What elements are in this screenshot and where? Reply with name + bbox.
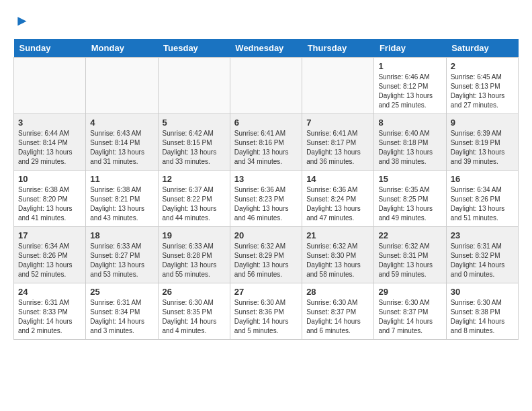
- day-number: 5: [163, 118, 226, 128]
- day-number: 3: [18, 118, 81, 128]
- weekday-header-wednesday: Wednesday: [230, 39, 302, 58]
- calendar-week-row: 24Sunrise: 6:31 AM Sunset: 8:33 PM Dayli…: [14, 283, 519, 340]
- day-info: Sunrise: 6:31 AM Sunset: 8:32 PM Dayligh…: [451, 242, 514, 279]
- day-info: Sunrise: 6:35 AM Sunset: 8:25 PM Dayligh…: [378, 185, 441, 223]
- day-info: Sunrise: 6:32 AM Sunset: 8:31 PM Dayligh…: [378, 242, 441, 279]
- page-header: ►: [13, 13, 519, 28]
- day-info: Sunrise: 6:38 AM Sunset: 8:21 PM Dayligh…: [90, 185, 153, 223]
- day-info: Sunrise: 6:44 AM Sunset: 8:14 PM Dayligh…: [18, 129, 81, 167]
- calendar-day-cell: 9Sunrise: 6:39 AM Sunset: 8:19 PM Daylig…: [446, 114, 518, 171]
- day-number: 11: [90, 174, 153, 184]
- day-info: Sunrise: 6:30 AM Sunset: 8:36 PM Dayligh…: [234, 298, 298, 336]
- day-number: 10: [18, 174, 81, 184]
- day-number: 28: [306, 287, 369, 297]
- day-number: 15: [378, 174, 441, 184]
- calendar-day-cell: 20Sunrise: 6:32 AM Sunset: 8:29 PM Dayli…: [230, 227, 302, 283]
- day-info: Sunrise: 6:46 AM Sunset: 8:12 PM Dayligh…: [378, 73, 441, 110]
- calendar-day-cell: 29Sunrise: 6:30 AM Sunset: 8:37 PM Dayli…: [374, 283, 446, 340]
- day-number: 14: [306, 174, 369, 184]
- weekday-header-sunday: Sunday: [14, 39, 86, 58]
- day-info: Sunrise: 6:31 AM Sunset: 8:34 PM Dayligh…: [90, 298, 153, 336]
- day-number: 25: [90, 287, 153, 297]
- calendar-week-row: 17Sunrise: 6:34 AM Sunset: 8:26 PM Dayli…: [14, 227, 519, 283]
- calendar-week-row: 10Sunrise: 6:38 AM Sunset: 8:20 PM Dayli…: [14, 171, 519, 227]
- day-info: Sunrise: 6:33 AM Sunset: 8:27 PM Dayligh…: [90, 242, 153, 279]
- calendar-day-cell: 23Sunrise: 6:31 AM Sunset: 8:32 PM Dayli…: [446, 227, 518, 283]
- calendar-day-cell: 18Sunrise: 6:33 AM Sunset: 8:27 PM Dayli…: [86, 227, 158, 283]
- calendar-day-cell: 19Sunrise: 6:33 AM Sunset: 8:28 PM Dayli…: [158, 227, 230, 283]
- calendar-day-cell: [86, 58, 158, 114]
- day-number: 17: [18, 230, 81, 240]
- day-number: 29: [378, 287, 441, 297]
- day-info: Sunrise: 6:41 AM Sunset: 8:17 PM Dayligh…: [306, 129, 369, 167]
- calendar-day-cell: [158, 58, 230, 114]
- weekday-header-saturday: Saturday: [446, 39, 518, 58]
- day-number: 19: [163, 230, 226, 240]
- day-info: Sunrise: 6:41 AM Sunset: 8:16 PM Dayligh…: [234, 129, 298, 167]
- day-number: 24: [18, 287, 81, 297]
- weekday-header-monday: Monday: [86, 39, 158, 58]
- day-number: 4: [90, 118, 153, 128]
- day-number: 20: [234, 230, 298, 240]
- day-info: Sunrise: 6:38 AM Sunset: 8:20 PM Dayligh…: [18, 185, 81, 223]
- day-number: 1: [378, 61, 441, 71]
- weekday-header-row: SundayMondayTuesdayWednesdayThursdayFrid…: [14, 39, 519, 58]
- calendar-day-cell: 6Sunrise: 6:41 AM Sunset: 8:16 PM Daylig…: [230, 114, 302, 171]
- day-info: Sunrise: 6:37 AM Sunset: 8:22 PM Dayligh…: [163, 185, 226, 223]
- day-info: Sunrise: 6:42 AM Sunset: 8:15 PM Dayligh…: [163, 129, 226, 167]
- calendar-day-cell: 21Sunrise: 6:32 AM Sunset: 8:30 PM Dayli…: [302, 227, 374, 283]
- calendar-day-cell: 27Sunrise: 6:30 AM Sunset: 8:36 PM Dayli…: [230, 283, 302, 340]
- calendar-day-cell: [302, 58, 374, 114]
- calendar-day-cell: 14Sunrise: 6:36 AM Sunset: 8:24 PM Dayli…: [302, 171, 374, 227]
- day-info: Sunrise: 6:40 AM Sunset: 8:18 PM Dayligh…: [378, 129, 441, 167]
- day-info: Sunrise: 6:33 AM Sunset: 8:28 PM Dayligh…: [163, 242, 226, 279]
- calendar-day-cell: 11Sunrise: 6:38 AM Sunset: 8:21 PM Dayli…: [86, 171, 158, 227]
- logo: ►: [13, 13, 30, 28]
- calendar-day-cell: 5Sunrise: 6:42 AM Sunset: 8:15 PM Daylig…: [158, 114, 230, 171]
- day-info: Sunrise: 6:30 AM Sunset: 8:35 PM Dayligh…: [163, 298, 226, 336]
- calendar-day-cell: [14, 58, 86, 114]
- day-number: 9: [451, 118, 514, 128]
- calendar-day-cell: 22Sunrise: 6:32 AM Sunset: 8:31 PM Dayli…: [374, 227, 446, 283]
- calendar-day-cell: 7Sunrise: 6:41 AM Sunset: 8:17 PM Daylig…: [302, 114, 374, 171]
- calendar-day-cell: 3Sunrise: 6:44 AM Sunset: 8:14 PM Daylig…: [14, 114, 86, 171]
- day-info: Sunrise: 6:36 AM Sunset: 8:24 PM Dayligh…: [306, 185, 369, 223]
- calendar-day-cell: 17Sunrise: 6:34 AM Sunset: 8:26 PM Dayli…: [14, 227, 86, 283]
- day-number: 27: [234, 287, 298, 297]
- day-number: 7: [306, 118, 369, 128]
- weekday-header-tuesday: Tuesday: [158, 39, 230, 58]
- calendar-day-cell: 26Sunrise: 6:30 AM Sunset: 8:35 PM Dayli…: [158, 283, 230, 340]
- calendar-day-cell: 30Sunrise: 6:30 AM Sunset: 8:38 PM Dayli…: [446, 283, 518, 340]
- day-number: 23: [451, 230, 514, 240]
- day-number: 26: [163, 287, 226, 297]
- calendar-day-cell: 15Sunrise: 6:35 AM Sunset: 8:25 PM Dayli…: [374, 171, 446, 227]
- day-number: 30: [451, 287, 514, 297]
- day-info: Sunrise: 6:34 AM Sunset: 8:26 PM Dayligh…: [451, 185, 514, 223]
- day-info: Sunrise: 6:32 AM Sunset: 8:29 PM Dayligh…: [234, 242, 298, 279]
- day-number: 6: [234, 118, 298, 128]
- calendar-day-cell: 4Sunrise: 6:43 AM Sunset: 8:14 PM Daylig…: [86, 114, 158, 171]
- calendar-day-cell: 2Sunrise: 6:45 AM Sunset: 8:13 PM Daylig…: [446, 58, 518, 114]
- calendar-week-row: 1Sunrise: 6:46 AM Sunset: 8:12 PM Daylig…: [14, 58, 519, 114]
- day-info: Sunrise: 6:30 AM Sunset: 8:37 PM Dayligh…: [378, 298, 441, 336]
- day-number: 22: [378, 230, 441, 240]
- day-info: Sunrise: 6:32 AM Sunset: 8:30 PM Dayligh…: [306, 242, 369, 279]
- day-number: 13: [234, 174, 298, 184]
- calendar-week-row: 3Sunrise: 6:44 AM Sunset: 8:14 PM Daylig…: [14, 114, 519, 171]
- day-number: 21: [306, 230, 369, 240]
- weekday-header-friday: Friday: [374, 39, 446, 58]
- day-info: Sunrise: 6:45 AM Sunset: 8:13 PM Dayligh…: [451, 73, 514, 110]
- calendar-day-cell: 24Sunrise: 6:31 AM Sunset: 8:33 PM Dayli…: [14, 283, 86, 340]
- calendar-day-cell: 8Sunrise: 6:40 AM Sunset: 8:18 PM Daylig…: [374, 114, 446, 171]
- day-info: Sunrise: 6:31 AM Sunset: 8:33 PM Dayligh…: [18, 298, 81, 336]
- calendar-day-cell: 25Sunrise: 6:31 AM Sunset: 8:34 PM Dayli…: [86, 283, 158, 340]
- weekday-header-thursday: Thursday: [302, 39, 374, 58]
- day-info: Sunrise: 6:39 AM Sunset: 8:19 PM Dayligh…: [451, 129, 514, 167]
- day-number: 12: [163, 174, 226, 184]
- calendar-day-cell: 16Sunrise: 6:34 AM Sunset: 8:26 PM Dayli…: [446, 171, 518, 227]
- day-info: Sunrise: 6:43 AM Sunset: 8:14 PM Dayligh…: [90, 129, 153, 167]
- day-info: Sunrise: 6:30 AM Sunset: 8:37 PM Dayligh…: [306, 298, 369, 336]
- day-number: 18: [90, 230, 153, 240]
- calendar-day-cell: 1Sunrise: 6:46 AM Sunset: 8:12 PM Daylig…: [374, 58, 446, 114]
- calendar-day-cell: 13Sunrise: 6:36 AM Sunset: 8:23 PM Dayli…: [230, 171, 302, 227]
